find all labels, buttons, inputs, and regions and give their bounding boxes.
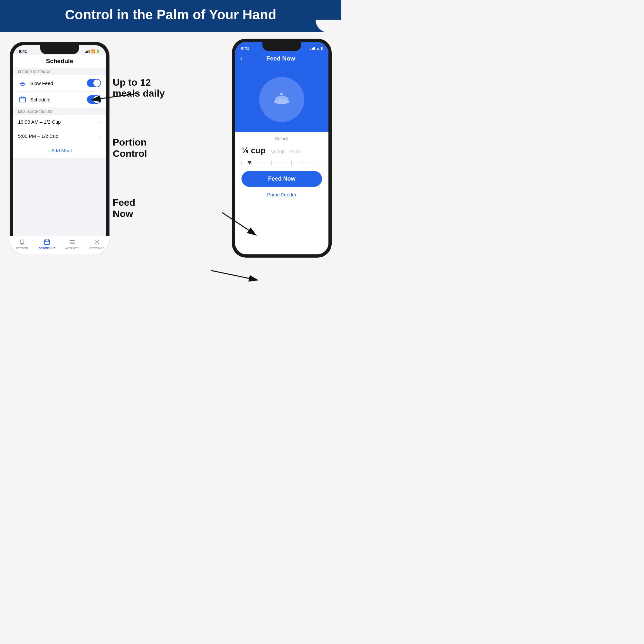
bowl-circle [259,77,304,122]
svg-point-0 [20,83,25,85]
back-button[interactable]: ‹ [240,54,242,63]
schedule-nav-icon [43,239,51,246]
slow-feed-label: Slow Feed [30,81,84,86]
left-phone-notch [40,45,79,54]
signal-icon [85,50,90,53]
feed-now-annotation: Feed Now [113,197,135,219]
feed-now-text: Feed Now [113,197,135,219]
meal-row-1[interactable]: 10:00 AM – 1/2 Cup › [13,115,106,129]
feeder-settings-header: FEEDER SETTINGS [13,68,106,75]
nav-schedule[interactable]: SCHEDULE [35,239,60,250]
right-phone-screen: 9:41 ▲ ▮ ‹ Feed Now [235,42,328,254]
right-phone: 9:41 ▲ ▮ ‹ Feed Now [232,39,332,258]
hero-section [235,67,328,132]
feeder-nav-icon [19,239,26,246]
right-phone-notch [262,42,301,51]
activity-nav-icon [69,239,76,246]
svg-point-15 [274,99,289,104]
meal1-chevron-icon: › [99,119,101,125]
feed-now-navbar: ‹ Feed Now [235,52,328,67]
feed-now-title: Feed Now [246,55,316,62]
schedule-nav-label: SCHEDULE [39,247,55,250]
schedule-row-label: Schedule [30,97,84,102]
svg-point-17 [282,92,284,94]
slow-feed-row[interactable]: Slow Feed [13,75,106,91]
left-status-time: 9:41 [19,49,27,54]
meal2-chevron-icon: › [99,134,101,139]
meal-row-2[interactable]: 5:00 PM – 1/2 Cup › [13,129,106,143]
meal1-text: 10:00 AM – 1/2 Cup [18,119,61,125]
right-signal-icon [310,47,315,50]
add-meal-button[interactable]: + Add Meal [13,143,106,158]
cup-active-value[interactable]: ⅛ cup [241,146,266,156]
bottom-nav: FEEDER SCHEDULE [13,236,106,251]
right-status-time: 9:41 [241,46,249,51]
up-to-text: Up to 12 meals daily [113,77,165,99]
feed-now-screen: 9:41 ▲ ▮ ‹ Feed Now [235,42,328,254]
meals-scheduled-header: MEALS SCHEDULED [13,108,106,115]
svg-rect-7 [44,240,50,244]
feeder-nav-label: FEEDER [16,247,28,250]
nav-settings[interactable]: SETTINGS [85,239,107,250]
settings-section: Slow Feed Schedule [13,75,106,108]
portion-slider[interactable] [241,160,322,166]
settings-nav-icon [93,239,100,246]
feed-now-button[interactable]: Feed Now [241,171,322,187]
left-status-icons: 📶 🔋 [85,49,100,53]
prime-feeder-link[interactable]: Prime Feeder [241,192,322,199]
right-wifi-icon: ▲ [316,46,320,50]
header-banner: Control in the Palm of Your Hand [0,0,341,32]
schedule-toggle[interactable] [87,95,101,104]
slider-track [241,163,322,163]
svg-rect-5 [21,240,24,244]
cup-selector: ⅛ cup ¼ cup ³⁄₈ cu [241,144,322,157]
left-phone: 9:41 📶 🔋 Schedule FEEDER S [10,42,109,254]
svg-rect-1 [20,97,25,102]
settings-nav-label: SETTINGS [90,247,105,250]
schedule-title: Schedule [13,55,106,68]
portion-annotation: Portion Control [113,137,147,159]
schedule-icon [18,95,27,104]
right-status-icons: ▲ ▮ [310,46,323,50]
svg-line-21 [211,270,258,280]
cup-quarter-value[interactable]: ¼ cup [271,149,285,155]
svg-point-18 [281,94,283,96]
portion-text: Portion Control [113,137,147,159]
up-to-annotation: Up to 12 meals daily [113,77,165,99]
right-battery-icon: ▮ [321,46,323,50]
portion-section: Default ⅛ cup ¼ cup ³⁄₈ cu [235,132,328,254]
nav-feeder[interactable]: FEEDER [13,239,35,250]
battery-icon: 🔋 [96,49,100,53]
schedule-row[interactable]: Schedule [13,91,106,108]
default-label: Default [241,136,322,141]
left-phone-screen: 9:41 📶 🔋 Schedule FEEDER S [13,45,106,251]
nav-activity[interactable]: ACTIVITY [60,239,85,250]
slow-feed-icon [18,79,27,88]
wifi-icon: 📶 [90,49,95,53]
middle-annotations: Up to 12 meals daily Portion Control Fee… [109,39,232,258]
cup-three-eighths-value[interactable]: ³⁄₈ cu [290,148,301,155]
svg-point-14 [96,241,98,243]
bowl-icon [272,90,291,109]
activity-nav-label: ACTIVITY [65,247,79,250]
meal2-text: 5:00 PM – 1/2 Cup [18,133,58,139]
slow-feed-toggle[interactable] [87,79,101,87]
meals-section: 10:00 AM – 1/2 Cup › 5:00 PM – 1/2 Cup › [13,115,106,143]
page-title: Control in the Palm of Your Hand [13,7,328,23]
